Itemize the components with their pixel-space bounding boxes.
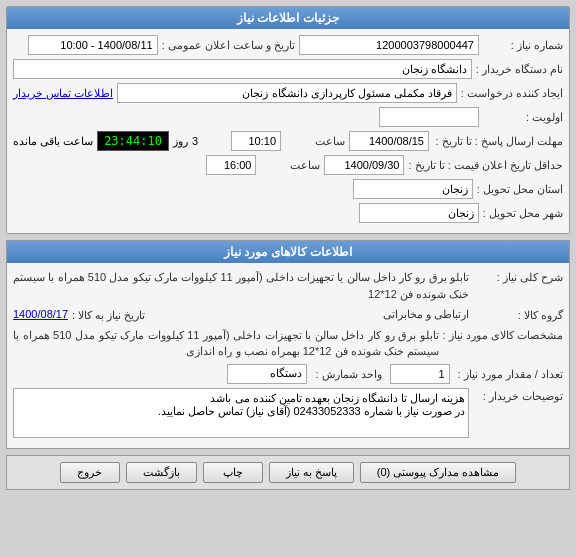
- city-label: شهر محل تحویل :: [483, 207, 563, 220]
- section-title: جزئیات اطلاعات نیاز: [7, 7, 569, 29]
- category-label: گروه کالا :: [473, 307, 563, 322]
- delivery-label: استان محل تحویل :: [477, 183, 563, 196]
- city-input[interactable]: [359, 203, 479, 223]
- qty-label: تعداد / مقدار مورد نیاز :: [458, 366, 563, 381]
- ticket-number-input[interactable]: [299, 35, 479, 55]
- contract-date-label: حداقل تاریخ اعلان قیمت : تا تاریخ :: [408, 159, 563, 172]
- notes-label: توضیحات خریدار :: [473, 388, 563, 403]
- goods-section-title: اطلاعات کالاهای مورد نیاز: [7, 241, 569, 263]
- contract-date-input[interactable]: [324, 155, 404, 175]
- category-value: ارتباطی و مخابراتی: [311, 306, 469, 323]
- countdown-timer: 23:44:10: [97, 131, 169, 151]
- priority-label: اولویت :: [483, 111, 563, 124]
- priority-input[interactable]: [379, 107, 479, 127]
- goods-type-value: تابلو برق رو کار داخل سالن یا تجهیزات دا…: [13, 269, 469, 302]
- date-time-input[interactable]: [28, 35, 158, 55]
- buyer-label: نام دستگاه خریدار :: [476, 63, 563, 76]
- buyer-input[interactable]: [13, 59, 472, 79]
- remaining-label: ساعت باقی مانده: [13, 135, 93, 148]
- print-button[interactable]: چاپ: [203, 462, 263, 483]
- contract-time-input[interactable]: [206, 155, 256, 175]
- watch-documents-button[interactable]: مشاهده مدارک پیوستی (0): [360, 462, 517, 483]
- spec-label: مشخصات کالای مورد نیاز :: [443, 327, 563, 342]
- date-time-label: تاریخ و ساعت اعلان عمومی :: [162, 39, 295, 52]
- send-from-date-input[interactable]: [349, 131, 429, 151]
- delivery-input[interactable]: [353, 179, 473, 199]
- unit-input[interactable]: [227, 364, 307, 384]
- spec-value: تابلو برق رو کار داخل سالن با تجهیزات دا…: [13, 327, 439, 360]
- contract-time-label: ساعت: [260, 159, 320, 172]
- send-time-label: ساعت: [285, 135, 345, 148]
- reply-button[interactable]: پاسخ به نیاز: [269, 462, 354, 483]
- date-related-label: تاریخ نیاز به کالا :: [72, 307, 145, 322]
- return-button[interactable]: بازگشت: [126, 462, 197, 483]
- days-value: 3: [192, 135, 198, 147]
- goods-type-label: شرح کلی نیاز :: [473, 269, 563, 284]
- days-label: روز: [173, 135, 188, 148]
- date-related-link[interactable]: 1400/08/17: [13, 308, 68, 320]
- request-input[interactable]: [117, 83, 457, 103]
- send-from-label: مهلت ارسال پاسخ : تا تاریخ :: [433, 135, 563, 148]
- contact-link[interactable]: اطلاعات تماس خریدار: [13, 87, 113, 100]
- action-buttons: مشاهده مدارک پیوستی (0) پاسخ به نیاز چاپ…: [6, 455, 570, 490]
- send-time-input[interactable]: [231, 131, 281, 151]
- ticket-number-label: شماره نیاز :: [483, 39, 563, 52]
- notes-textarea[interactable]: هزینه ارسال تا دانشگاه زنجان بعهده تامین…: [13, 388, 469, 438]
- qty-input[interactable]: [390, 364, 450, 384]
- exit-button[interactable]: خروج: [60, 462, 120, 483]
- request-label: ایجاد کننده درخواست :: [461, 87, 563, 100]
- unit-label: واحد شمارش :: [315, 366, 381, 381]
